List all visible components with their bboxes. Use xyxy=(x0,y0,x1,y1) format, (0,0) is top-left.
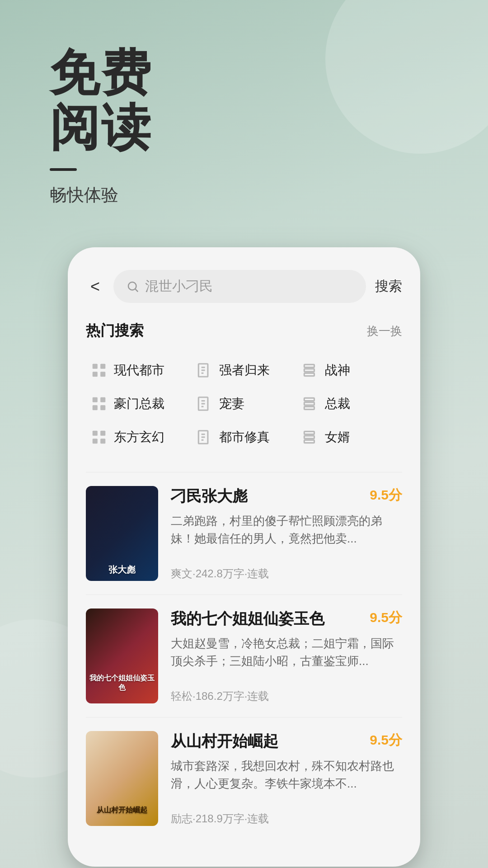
svg-rect-32 xyxy=(304,431,314,434)
svg-rect-13 xyxy=(93,397,98,402)
svg-rect-26 xyxy=(93,439,98,443)
book-score-2: 9.5分 xyxy=(370,731,402,750)
book-item-2[interactable]: 从山村开始崛起 从山村开始崛起 9.5分 城市套路深，我想回农村，殊不知农村路也… xyxy=(86,717,402,840)
hot-search-header: 热门搜索 换一换 xyxy=(86,321,402,341)
tag-grid: 现代都市 强者归来 战神 xyxy=(86,354,402,454)
cover-text-0: 张大彪 xyxy=(108,564,136,576)
svg-rect-33 xyxy=(304,436,314,439)
book-list: 张大彪 刁民张大彪 9.5分 二弟跑路，村里的傻子帮忙照顾漂亮的弟妹！她最信任的… xyxy=(86,472,402,840)
svg-rect-15 xyxy=(93,405,98,410)
book-meta-1: 轻松·186.2万字·连载 xyxy=(171,689,402,703)
book-info-1: 我的七个姐姐仙姿玉色 9.5分 大姐赵曼雪，冷艳女总裁；二姐宁霜，国际顶尖杀手；… xyxy=(171,609,402,703)
cover-text-1: 我的七个姐姐仙姿玉色 xyxy=(86,674,158,698)
book-desc-1: 大姐赵曼雪，冷艳女总裁；二姐宁霜，国际顶尖杀手；三姐陆小昭，古董鉴宝师... xyxy=(171,635,402,670)
book-meta-2: 励志·218.9万字·连载 xyxy=(171,811,402,826)
svg-rect-2 xyxy=(93,364,98,369)
svg-rect-11 xyxy=(304,369,314,372)
stack-icon-2 xyxy=(301,362,319,379)
svg-rect-22 xyxy=(304,402,314,405)
svg-rect-12 xyxy=(304,373,314,376)
tag-item-7[interactable]: 都市修真 xyxy=(191,420,296,454)
book-title-2: 从山村开始崛起 xyxy=(171,731,365,752)
svg-rect-5 xyxy=(100,372,105,377)
search-button[interactable]: 搜索 xyxy=(375,277,402,296)
tag-label-0: 现代都市 xyxy=(114,362,164,379)
svg-rect-24 xyxy=(93,431,98,436)
refresh-button[interactable]: 换一换 xyxy=(367,323,402,339)
book-item-1[interactable]: 我的七个姐姐仙姿玉色 我的七个姐姐仙姿玉色 9.5分 大姐赵曼雪，冷艳女总裁；二… xyxy=(86,594,402,717)
tag-item-4[interactable]: 宠妻 xyxy=(191,387,296,420)
tag-item-3[interactable]: 豪门总裁 xyxy=(86,387,191,420)
cover-text-2: 从山村开始崛起 xyxy=(93,806,151,821)
book-item-0[interactable]: 张大彪 刁民张大彪 9.5分 二弟跑路，村里的傻子帮忙照顾漂亮的弟妹！她最信任的… xyxy=(86,472,402,594)
hot-search-title: 热门搜索 xyxy=(86,321,144,341)
svg-rect-27 xyxy=(100,439,105,443)
tag-label-5: 总裁 xyxy=(325,395,350,412)
search-row: < 混世小刁民 搜索 xyxy=(86,270,402,303)
svg-rect-10 xyxy=(304,364,314,367)
svg-point-0 xyxy=(128,282,136,290)
book-score-1: 9.5分 xyxy=(370,609,402,627)
tag-item-0[interactable]: 现代都市 xyxy=(86,354,191,387)
tag-label-1: 强者归来 xyxy=(219,362,270,379)
back-button[interactable]: < xyxy=(86,277,104,296)
svg-rect-23 xyxy=(304,406,314,409)
book-cover-2: 从山村开始崛起 xyxy=(86,731,158,826)
hero-title: 免费 阅读 xyxy=(50,45,488,155)
hero-divider xyxy=(50,168,77,171)
book-title-row-2: 从山村开始崛起 9.5分 xyxy=(171,731,402,752)
search-placeholder: 混世小刁民 xyxy=(145,277,213,296)
book-desc-2: 城市套路深，我想回农村，殊不知农村路也滑，人心更复杂。李铁牛家境本不... xyxy=(171,757,402,793)
svg-rect-16 xyxy=(100,405,105,410)
svg-line-1 xyxy=(136,289,138,292)
tag-label-2: 战神 xyxy=(325,362,350,379)
tag-item-6[interactable]: 东方玄幻 xyxy=(86,420,191,454)
book-icon-1 xyxy=(196,362,213,379)
tag-label-8: 女婿 xyxy=(325,429,350,446)
phone-mockup: < 混世小刁民 搜索 热门搜索 换一换 现代都市 xyxy=(68,247,420,867)
book-desc-0: 二弟跑路，村里的傻子帮忙照顾漂亮的弟妹！她最信任的男人，竟然把他卖... xyxy=(171,512,402,547)
book-title-1: 我的七个姐姐仙姿玉色 xyxy=(171,609,365,629)
stack-icon-8 xyxy=(301,429,319,446)
svg-rect-14 xyxy=(100,397,105,402)
book-score-0: 9.5分 xyxy=(370,486,402,505)
tag-item-8[interactable]: 女婿 xyxy=(297,420,402,454)
tag-item-2[interactable]: 战神 xyxy=(297,354,402,387)
book-title-0: 刁民张大彪 xyxy=(171,486,365,507)
stack-icon-5 xyxy=(301,395,319,412)
svg-rect-3 xyxy=(100,364,105,369)
tag-label-6: 东方玄幻 xyxy=(114,429,164,446)
tag-label-7: 都市修真 xyxy=(219,429,270,446)
book-info-2: 从山村开始崛起 9.5分 城市套路深，我想回农村，殊不知农村路也滑，人心更复杂。… xyxy=(171,731,402,826)
grid-icon-3 xyxy=(90,395,108,412)
search-icon xyxy=(126,280,140,293)
tag-item-1[interactable]: 强者归来 xyxy=(191,354,296,387)
hero-subtitle: 畅快体验 xyxy=(50,184,488,207)
hero-section: 免费 阅读 畅快体验 xyxy=(0,0,488,234)
grid-icon-0 xyxy=(90,362,108,379)
svg-rect-4 xyxy=(93,372,98,377)
book-icon-4 xyxy=(196,395,213,412)
tag-item-5[interactable]: 总裁 xyxy=(297,387,402,420)
book-info-0: 刁民张大彪 9.5分 二弟跑路，村里的傻子帮忙照顾漂亮的弟妹！她最信任的男人，竟… xyxy=(171,486,402,581)
book-cover-1: 我的七个姐姐仙姿玉色 xyxy=(86,609,158,703)
book-icon-7 xyxy=(196,429,213,446)
svg-rect-25 xyxy=(100,431,105,436)
tag-label-4: 宠妻 xyxy=(219,395,244,412)
grid-icon-6 xyxy=(90,429,108,446)
book-title-row-1: 我的七个姐姐仙姿玉色 9.5分 xyxy=(171,609,402,629)
book-meta-0: 爽文·242.8万字·连载 xyxy=(171,566,402,581)
svg-rect-34 xyxy=(304,440,314,443)
svg-rect-21 xyxy=(304,398,314,401)
book-title-row-0: 刁民张大彪 9.5分 xyxy=(171,486,402,507)
book-cover-0: 张大彪 xyxy=(86,486,158,581)
search-input-wrap[interactable]: 混世小刁民 xyxy=(113,270,366,303)
tag-label-3: 豪门总裁 xyxy=(114,395,164,412)
